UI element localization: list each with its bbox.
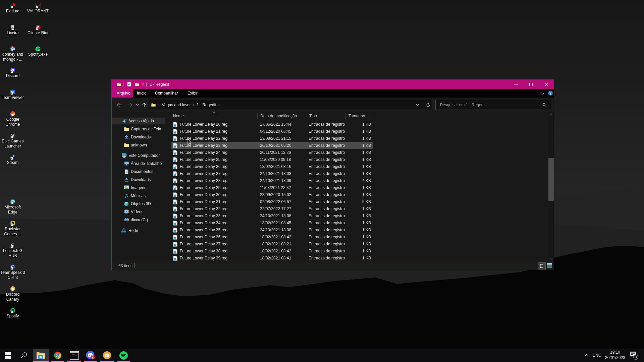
svg-text:6: 6 [92, 356, 94, 359]
svg-text:3: 3 [635, 355, 637, 359]
svg-text:EPIC: EPIC [11, 133, 15, 135]
